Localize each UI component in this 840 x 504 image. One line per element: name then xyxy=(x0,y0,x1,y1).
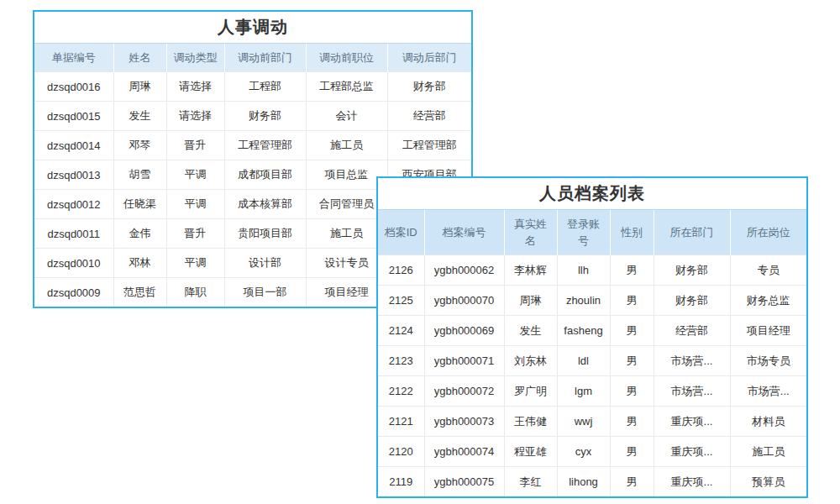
cell-post: 预算员 xyxy=(730,467,806,497)
cell-department: 重庆项... xyxy=(654,407,730,437)
archive-table-title: 人员档案列表 xyxy=(378,178,806,210)
employee-name-link[interactable]: 任晓渠 xyxy=(113,190,166,219)
cell-dept-before: 成本核算部 xyxy=(224,190,306,219)
cell-pos-before: 项目经理 xyxy=(306,278,387,307)
real-name-link[interactable]: 李林辉 xyxy=(504,255,557,286)
cell-login-acct: llh xyxy=(557,255,610,286)
cell-department: 经营部 xyxy=(654,316,730,346)
cell-archive-no: ygbh000062 xyxy=(424,255,504,286)
employee-name-link[interactable]: 发生 xyxy=(113,102,166,131)
cell-login-acct: ldl xyxy=(557,346,610,376)
cell-gender: 男 xyxy=(610,286,654,316)
real-name-link[interactable]: 罗广明 xyxy=(504,376,557,407)
doc-no-link[interactable]: dzsqd0011 xyxy=(34,219,113,249)
cell-department: 财务部 xyxy=(654,255,730,286)
employee-name-link[interactable]: 邓琴 xyxy=(113,131,166,160)
cell-department: 重庆项... xyxy=(654,437,730,467)
cell-post: 专员 xyxy=(730,255,806,286)
cell-archive-id: 2125 xyxy=(378,286,424,316)
cell-pos-before: 工程部总监 xyxy=(306,72,387,102)
table-row: 2126 ygbh000062 李林辉 llh 男 财务部 专员 xyxy=(378,255,806,286)
doc-no-link[interactable]: dzsqd0010 xyxy=(34,249,113,278)
cell-transfer-type: 平调 xyxy=(166,190,224,219)
doc-no-link[interactable]: dzsqd0012 xyxy=(34,190,113,219)
doc-no-link[interactable]: dzsqd0013 xyxy=(34,160,113,190)
table-row: dzsqd0016 周琳 请选择 工程部 工程部总监 财务部 xyxy=(34,72,471,102)
table-row: 2121 ygbh000073 王伟健 wwj 男 重庆项... 材料员 xyxy=(378,407,806,437)
real-name-link[interactable]: 程亚雄 xyxy=(504,437,557,467)
table-row: 2125 ygbh000070 周琳 zhoulin 男 财务部 财务总监 xyxy=(378,286,806,316)
cell-department: 市场营... xyxy=(654,346,730,376)
col-header-real-name: 真实姓 名 xyxy=(504,210,557,255)
cell-dept-before: 贵阳项目部 xyxy=(224,219,306,249)
cell-archive-id: 2126 xyxy=(378,255,424,286)
cell-post: 市场专员 xyxy=(730,346,806,376)
transfer-header-row: 单据编号 姓名 调动类型 调动前部门 调动前职位 调动后部门 xyxy=(34,44,471,72)
col-header-transfer-type: 调动类型 xyxy=(166,44,224,72)
cell-gender: 男 xyxy=(610,467,654,497)
doc-no-link[interactable]: dzsqd0014 xyxy=(34,131,113,160)
cell-pos-before: 设计专员 xyxy=(306,249,387,278)
cell-gender: 男 xyxy=(610,407,654,437)
cell-department: 重庆项... xyxy=(654,467,730,497)
real-name-link[interactable]: 周琳 xyxy=(504,286,557,316)
cell-pos-before: 会计 xyxy=(306,102,387,131)
cell-archive-id: 2123 xyxy=(378,346,424,376)
cell-department: 市场营... xyxy=(654,376,730,407)
archive-table: 档案ID 档案编号 真实姓 名 登录账 号 性别 所在部门 所在岗位 2126 … xyxy=(378,210,806,496)
doc-no-link[interactable]: dzsqd0015 xyxy=(34,102,113,131)
cell-login-acct: zhoulin xyxy=(557,286,610,316)
employee-name-link[interactable]: 金伟 xyxy=(113,219,166,249)
cell-dept-before: 项目一部 xyxy=(224,278,306,307)
cell-archive-no: ygbh000073 xyxy=(424,407,504,437)
employee-name-link[interactable]: 周琳 xyxy=(113,72,166,102)
cell-transfer-type: 降职 xyxy=(166,278,224,307)
doc-no-link[interactable]: dzsqd0009 xyxy=(34,278,113,307)
cell-pos-before: 项目总监 xyxy=(306,160,387,190)
cell-transfer-type: 平调 xyxy=(166,160,224,190)
employee-name-link[interactable]: 胡雪 xyxy=(113,160,166,190)
cell-gender: 男 xyxy=(610,376,654,407)
col-header-doc-no: 单据编号 xyxy=(34,44,113,72)
cell-login-acct: cyx xyxy=(557,437,610,467)
table-row: 2123 ygbh000071 刘东林 ldl 男 市场营... 市场专员 xyxy=(378,346,806,376)
col-header-department: 所在部门 xyxy=(654,210,730,255)
cell-login-acct: fasheng xyxy=(557,316,610,346)
real-name-link[interactable]: 发生 xyxy=(504,316,557,346)
cell-pos-before: 施工员 xyxy=(306,131,387,160)
cell-archive-no: ygbh000075 xyxy=(424,467,504,497)
employee-name-link[interactable]: 邓林 xyxy=(113,249,166,278)
cell-archive-no: ygbh000069 xyxy=(424,316,504,346)
col-header-archive-id: 档案ID xyxy=(378,210,424,255)
cell-archive-no: ygbh000071 xyxy=(424,346,504,376)
real-name-link[interactable]: 王伟健 xyxy=(504,407,557,437)
real-name-link[interactable]: 刘东林 xyxy=(504,346,557,376)
cell-gender: 男 xyxy=(610,255,654,286)
cell-dept-before: 成都项目部 xyxy=(224,160,306,190)
archive-header-row: 档案ID 档案编号 真实姓 名 登录账 号 性别 所在部门 所在岗位 xyxy=(378,210,806,255)
cell-transfer-type: 晋升 xyxy=(166,131,224,160)
col-header-post: 所在岗位 xyxy=(730,210,806,255)
cell-archive-id: 2124 xyxy=(378,316,424,346)
table-row: dzsqd0014 邓琴 晋升 工程管理部 施工员 工程管理部 xyxy=(34,131,471,160)
doc-no-link[interactable]: dzsqd0016 xyxy=(34,72,113,102)
table-row: 2124 ygbh000069 发生 fasheng 男 经营部 项目经理 xyxy=(378,316,806,346)
employee-name-link[interactable]: 范思哲 xyxy=(113,278,166,307)
transfer-table-title: 人事调动 xyxy=(34,12,471,44)
cell-pos-before: 合同管理员 xyxy=(306,190,387,219)
cell-transfer-type: 晋升 xyxy=(166,219,224,249)
col-header-gender: 性别 xyxy=(610,210,654,255)
cell-login-acct: lgm xyxy=(557,376,610,407)
cell-dept-before: 财务部 xyxy=(224,102,306,131)
cell-department: 财务部 xyxy=(654,286,730,316)
archive-panel: 人员档案列表 档案ID 档案编号 真实姓 名 登录账 号 性别 所在部门 所在岗… xyxy=(376,176,808,498)
cell-archive-id: 2122 xyxy=(378,376,424,407)
cell-post: 财务总监 xyxy=(730,286,806,316)
col-header-name: 姓名 xyxy=(113,44,166,72)
cell-post: 项目经理 xyxy=(730,316,806,346)
cell-gender: 男 xyxy=(610,346,654,376)
cell-dept-after: 经营部 xyxy=(387,102,471,131)
cell-dept-after: 工程管理部 xyxy=(387,131,471,160)
real-name-link[interactable]: 李红 xyxy=(504,467,557,497)
col-header-dept-after: 调动后部门 xyxy=(387,44,471,72)
